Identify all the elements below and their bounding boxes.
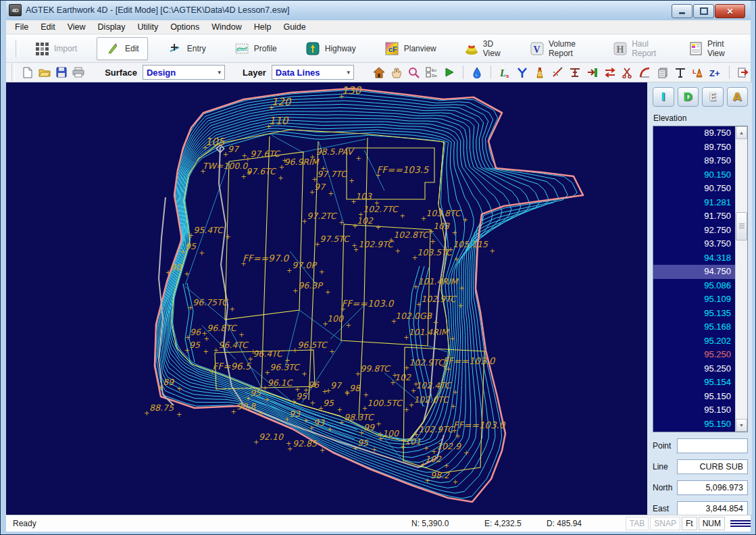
svg-text:+: + (432, 319, 438, 326)
elevation-row[interactable]: 95.109 (653, 292, 735, 307)
elevation-row[interactable]: 95.154 (653, 376, 735, 390)
elevation-row[interactable]: 89.750 (653, 154, 735, 168)
svg-text:+: + (184, 270, 189, 278)
new-document-icon[interactable] (22, 66, 34, 78)
section-icon[interactable] (568, 66, 582, 80)
scissors-icon[interactable] (620, 66, 635, 80)
elevation-row[interactable]: 94.318 (653, 251, 735, 265)
menu-window[interactable]: Window (205, 21, 247, 33)
home-icon[interactable] (372, 66, 386, 80)
import-data-icon[interactable] (585, 66, 600, 80)
status-distance: D: 485.94 (547, 519, 621, 528)
east-field[interactable]: 3,844.854 (677, 501, 748, 516)
minimize-button[interactable] (672, 4, 692, 18)
mode-button-e[interactable]: E (702, 87, 724, 107)
elevation-row[interactable]: 92.750 (653, 224, 735, 238)
svg-text:102.4TC: 102.4TC (415, 380, 452, 390)
print-icon[interactable] (72, 66, 84, 78)
restore-button[interactable] (693, 4, 714, 18)
export-icon[interactable] (736, 66, 751, 80)
t-square-icon[interactable] (673, 66, 688, 80)
import-button[interactable]: Import (26, 37, 86, 60)
menu-utility[interactable]: Utility (132, 21, 165, 33)
haul-report-button[interactable]: HHaul Report (605, 35, 670, 62)
elevation-row[interactable]: 91.281 (653, 196, 735, 210)
mode-button-i[interactable]: I (653, 87, 674, 107)
elevation-row[interactable]: 89.750 (653, 141, 735, 155)
scroll-up-icon[interactable]: ▲ (736, 126, 747, 139)
play-icon[interactable] (442, 66, 457, 80)
entry-button[interactable]: Entry (159, 37, 215, 60)
scroll-track[interactable] (736, 139, 747, 419)
site-plan-canvas[interactable]: 130+120+110+105+97++97.6TC++98.5.PAV++96… (6, 82, 647, 515)
elevation-row[interactable]: 95.250 (653, 362, 735, 376)
title-bar[interactable]: 4D AGTEK Earthwork 4D - [Edit Mode] [C:\… (6, 1, 751, 20)
svg-text:+: + (455, 432, 460, 440)
highway-button[interactable]: Highway (297, 37, 365, 60)
3d-view-button[interactable]: 3D View (456, 35, 511, 62)
elevation-row[interactable]: 95.150 (653, 417, 735, 432)
profile-button[interactable]: Profile (226, 37, 286, 60)
elevation-row[interactable]: 95.086 (653, 279, 735, 293)
script-l-icon[interactable]: Ls (497, 66, 512, 80)
menu-guide[interactable]: Guide (277, 21, 311, 33)
volume-report-button[interactable]: VVolume Report (522, 35, 594, 62)
lighthouse-icon[interactable] (532, 66, 547, 80)
resize-grip[interactable] (726, 517, 751, 530)
menu-help[interactable]: Help (248, 21, 278, 33)
z-plus-icon[interactable]: Z+ (708, 66, 723, 80)
mode-button-a[interactable]: A (727, 87, 749, 107)
svg-text:95: 95 (189, 340, 201, 350)
elevation-row[interactable]: 91.750 (653, 209, 735, 224)
pan-hand-icon[interactable] (389, 66, 404, 80)
edit-button[interactable]: Edit (97, 37, 148, 60)
swap-arrows-icon[interactable] (603, 66, 618, 80)
elevation-row[interactable]: 95.150 (653, 390, 735, 404)
elevation-row[interactable]: 93.750 (653, 237, 735, 251)
point-field[interactable] (677, 438, 748, 453)
mode-button-d[interactable]: D (678, 87, 699, 107)
expand-detail-icon[interactable]: ExDe (424, 66, 439, 80)
elevation-row[interactable]: 95.202 (653, 334, 735, 349)
north-field[interactable]: 5,096.973 (677, 480, 748, 495)
water-drop-icon[interactable] (470, 66, 484, 80)
print-view-button[interactable]: Print View (680, 35, 740, 62)
elevation-row[interactable]: 90.150 (653, 168, 735, 182)
elevation-scrollbar[interactable]: ▲ ▼ (735, 126, 747, 432)
elevation-row[interactable]: 95.150 (653, 403, 735, 417)
elevation-row[interactable]: 94.750 (653, 265, 735, 279)
menu-display[interactable]: Display (92, 21, 132, 33)
save-icon[interactable] (55, 66, 68, 78)
status-toggle-num[interactable]: NUM (699, 517, 725, 530)
menu-edit[interactable]: Edit (34, 21, 61, 33)
slope-pencil-icon[interactable] (550, 66, 565, 80)
y-junction-icon[interactable] (515, 66, 530, 80)
scroll-thumb[interactable] (736, 212, 747, 240)
elevation-row[interactable]: 89.750 (653, 126, 735, 141)
zoom-magnifier-icon[interactable] (407, 66, 422, 80)
curve-icon[interactable] (638, 66, 653, 80)
scroll-down-icon[interactable]: ▼ (736, 419, 747, 432)
menu-file[interactable]: File (9, 21, 34, 33)
status-toggle-ft[interactable]: Ft (682, 517, 697, 530)
line-field[interactable]: CURB SUB (677, 459, 748, 474)
pages-icon[interactable] (655, 66, 670, 80)
elevation-row[interactable]: 95.250 (653, 348, 735, 362)
close-button[interactable]: ✕ (715, 4, 745, 18)
menu-options[interactable]: Options (164, 21, 205, 33)
elevation-row[interactable]: 95.168 (653, 320, 735, 334)
elevation-listbox[interactable]: 89.75089.75089.75090.15090.75091.28191.7… (653, 126, 748, 432)
svg-text:+: + (450, 335, 455, 342)
open-folder-icon[interactable] (39, 66, 51, 78)
status-north: N: 5,390.0 (411, 519, 484, 528)
elevation-row[interactable]: 95.135 (653, 307, 735, 321)
status-toggle-tab[interactable]: TAB (626, 517, 649, 530)
svg-text:96.8TC: 96.8TC (207, 323, 238, 333)
elevation-row[interactable]: 90.750 (653, 182, 735, 196)
cone-icon[interactable]: L (690, 66, 705, 80)
menu-view[interactable]: View (61, 21, 92, 33)
surface-dropdown[interactable]: Design▾ (143, 65, 225, 80)
status-toggle-snap[interactable]: SNAP (650, 517, 680, 530)
layer-dropdown[interactable]: Data Lines▾ (272, 65, 354, 80)
planview-button[interactable]: cFPlanview (376, 37, 445, 60)
